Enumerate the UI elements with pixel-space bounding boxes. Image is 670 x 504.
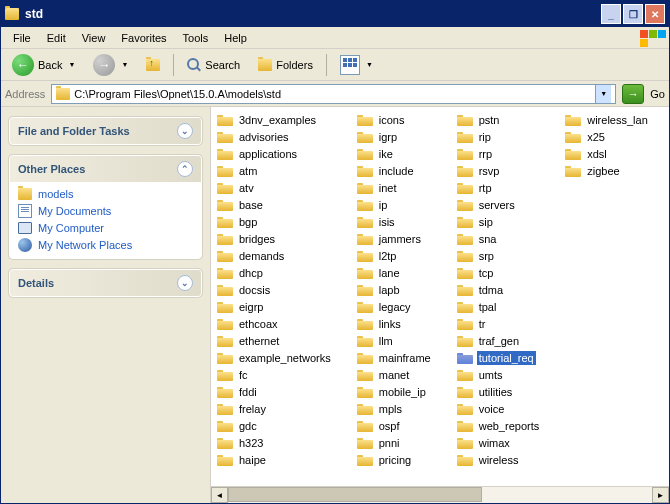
menu-help[interactable]: Help bbox=[216, 30, 255, 46]
folder-item[interactable]: llm bbox=[355, 332, 435, 349]
folder-item[interactable]: pricing bbox=[355, 451, 435, 468]
forward-button[interactable]: → ▼ bbox=[86, 50, 135, 80]
folder-item[interactable]: fc bbox=[215, 366, 335, 383]
folder-item[interactable]: wireless_lan bbox=[563, 111, 652, 128]
folder-item[interactable]: web_reports bbox=[455, 417, 544, 434]
chevron-down-icon[interactable]: ⌄ bbox=[177, 123, 193, 139]
folder-item[interactable]: manet bbox=[355, 366, 435, 383]
folder-item[interactable]: srp bbox=[455, 247, 544, 264]
folder-item[interactable]: ospf bbox=[355, 417, 435, 434]
folder-item[interactable]: wireless bbox=[455, 451, 544, 468]
views-dropdown-icon[interactable]: ▼ bbox=[366, 61, 373, 68]
folder-item[interactable]: utilities bbox=[455, 383, 544, 400]
folder-item[interactable]: 3dnv_examples bbox=[215, 111, 335, 128]
folder-item[interactable]: ethernet bbox=[215, 332, 335, 349]
folder-item[interactable]: ike bbox=[355, 145, 435, 162]
folder-item[interactable]: frelay bbox=[215, 400, 335, 417]
places-link-models[interactable]: models bbox=[18, 188, 193, 200]
folder-item[interactable]: h323 bbox=[215, 434, 335, 451]
folder-item[interactable]: include bbox=[355, 162, 435, 179]
folder-item[interactable]: mpls bbox=[355, 400, 435, 417]
folder-item[interactable]: umts bbox=[455, 366, 544, 383]
scroll-thumb[interactable] bbox=[228, 487, 482, 502]
places-link-my-documents[interactable]: My Documents bbox=[18, 204, 193, 218]
folder-item[interactable]: legacy bbox=[355, 298, 435, 315]
folder-item[interactable]: jammers bbox=[355, 230, 435, 247]
titlebar[interactable]: std _ ❐ ✕ bbox=[1, 1, 669, 27]
folder-item[interactable]: advisories bbox=[215, 128, 335, 145]
folder-item[interactable]: isis bbox=[355, 213, 435, 230]
tasks-panel-header[interactable]: File and Folder Tasks ⌄ bbox=[10, 118, 201, 144]
folder-item[interactable]: rsvp bbox=[455, 162, 544, 179]
maximize-button[interactable]: ❐ bbox=[623, 4, 643, 24]
menu-favorites[interactable]: Favorites bbox=[113, 30, 174, 46]
folder-item[interactable]: voice bbox=[455, 400, 544, 417]
places-link-my-network-places[interactable]: My Network Places bbox=[18, 238, 193, 252]
folder-item[interactable]: gdc bbox=[215, 417, 335, 434]
folder-item[interactable]: x25 bbox=[563, 128, 652, 145]
folder-item[interactable]: lane bbox=[355, 264, 435, 281]
views-button[interactable]: ▼ bbox=[333, 51, 380, 79]
address-input[interactable] bbox=[74, 88, 591, 100]
folders-button[interactable]: Folders bbox=[251, 55, 320, 75]
folder-item[interactable]: ip bbox=[355, 196, 435, 213]
folder-item[interactable]: tutorial_req bbox=[455, 349, 544, 366]
folder-item[interactable]: sna bbox=[455, 230, 544, 247]
folder-item[interactable]: tdma bbox=[455, 281, 544, 298]
folder-item[interactable]: servers bbox=[455, 196, 544, 213]
search-button[interactable]: Search bbox=[180, 54, 247, 76]
folder-item[interactable]: dhcp bbox=[215, 264, 335, 281]
folder-item[interactable]: tpal bbox=[455, 298, 544, 315]
menu-tools[interactable]: Tools bbox=[175, 30, 217, 46]
back-button[interactable]: ← Back ▼ bbox=[5, 50, 82, 80]
folder-item[interactable]: tr bbox=[455, 315, 544, 332]
places-link-my-computer[interactable]: My Computer bbox=[18, 222, 193, 234]
address-dropdown-icon[interactable]: ▼ bbox=[595, 85, 611, 103]
folder-item[interactable]: wimax bbox=[455, 434, 544, 451]
folder-item[interactable]: fddi bbox=[215, 383, 335, 400]
chevron-down-icon[interactable]: ⌄ bbox=[177, 275, 193, 291]
folder-item[interactable]: l2tp bbox=[355, 247, 435, 264]
folder-item[interactable]: icons bbox=[355, 111, 435, 128]
chevron-up-icon[interactable]: ⌃ bbox=[177, 161, 193, 177]
folder-item[interactable]: zigbee bbox=[563, 162, 652, 179]
menu-view[interactable]: View bbox=[74, 30, 114, 46]
folder-item[interactable]: pnni bbox=[355, 434, 435, 451]
folder-item[interactable]: base bbox=[215, 196, 335, 213]
folder-item[interactable]: example_networks bbox=[215, 349, 335, 366]
forward-dropdown-icon[interactable]: ▼ bbox=[121, 61, 128, 68]
up-button[interactable]: ↑ bbox=[139, 55, 167, 75]
address-field[interactable]: ▼ bbox=[51, 84, 616, 104]
scroll-right-button[interactable]: ► bbox=[652, 487, 669, 503]
menu-file[interactable]: File bbox=[5, 30, 39, 46]
folder-item[interactable]: mobile_ip bbox=[355, 383, 435, 400]
folder-item[interactable]: eigrp bbox=[215, 298, 335, 315]
horizontal-scrollbar[interactable]: ◄ ► bbox=[211, 486, 669, 503]
folder-item[interactable]: demands bbox=[215, 247, 335, 264]
details-panel-header[interactable]: Details ⌄ bbox=[10, 270, 201, 296]
folder-item[interactable]: applications bbox=[215, 145, 335, 162]
places-panel-header[interactable]: Other Places ⌃ bbox=[10, 156, 201, 182]
folder-item[interactable]: bgp bbox=[215, 213, 335, 230]
folder-item[interactable]: links bbox=[355, 315, 435, 332]
folder-item[interactable]: lapb bbox=[355, 281, 435, 298]
back-dropdown-icon[interactable]: ▼ bbox=[68, 61, 75, 68]
folder-item[interactable]: xdsl bbox=[563, 145, 652, 162]
folder-item[interactable]: atm bbox=[215, 162, 335, 179]
folder-item[interactable]: rrp bbox=[455, 145, 544, 162]
folder-item[interactable]: pstn bbox=[455, 111, 544, 128]
minimize-button[interactable]: _ bbox=[601, 4, 621, 24]
folder-item[interactable]: tcp bbox=[455, 264, 544, 281]
folder-item[interactable]: mainframe bbox=[355, 349, 435, 366]
folder-item[interactable]: rip bbox=[455, 128, 544, 145]
folder-item[interactable]: bridges bbox=[215, 230, 335, 247]
go-button[interactable]: → bbox=[622, 84, 644, 104]
folder-item[interactable]: atv bbox=[215, 179, 335, 196]
folder-item[interactable]: docsis bbox=[215, 281, 335, 298]
menu-edit[interactable]: Edit bbox=[39, 30, 74, 46]
file-list-pane[interactable]: 3dnv_examplesadvisoriesapplicationsatmat… bbox=[211, 107, 669, 503]
folder-item[interactable]: haipe bbox=[215, 451, 335, 468]
folder-item[interactable]: ethcoax bbox=[215, 315, 335, 332]
close-button[interactable]: ✕ bbox=[645, 4, 665, 24]
scroll-left-button[interactable]: ◄ bbox=[211, 487, 228, 503]
